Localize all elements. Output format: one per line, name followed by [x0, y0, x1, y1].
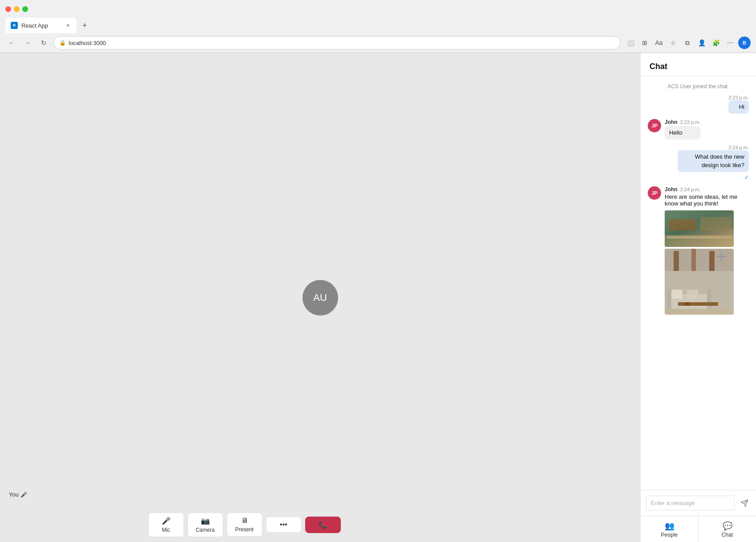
nav-actions: ⬜ ⊞ Aa ☆ ⧉ 👤 🧩 ⋯ B [624, 37, 751, 49]
send-button[interactable] [738, 497, 751, 509]
new-tab-button[interactable]: + [78, 19, 91, 32]
system-message-text: ACS User joined the chat. [667, 83, 729, 90]
avatar-initials: AU [313, 292, 327, 304]
message-2-time: 2:23 p.m. [680, 119, 701, 125]
chat-tab[interactable]: 💬 Chat [698, 516, 756, 542]
tab-search-button[interactable]: ⊞ [638, 37, 651, 49]
extensions-button[interactable]: 🧩 [710, 37, 722, 49]
tab-favicon: R [11, 22, 18, 29]
split-view-button[interactable]: ⧉ [681, 37, 694, 49]
tab-title: React App [21, 22, 48, 29]
chat-panel: Chat ACS User joined the chat. 2:23 p.m.… [640, 53, 756, 542]
chat-messages: ACS User joined the chat. 2:23 p.m. Hi J… [641, 76, 756, 490]
message-2-content: John 2:23 p.m. Hello [665, 119, 701, 140]
svg-point-21 [684, 302, 690, 306]
more-icon: ••• [280, 521, 287, 529]
message-4: JP John 2:24 p.m. Here are some ideas, l… [648, 186, 749, 315]
svg-rect-5 [667, 236, 731, 238]
end-call-button[interactable]: 📞 [305, 517, 341, 533]
chat-tab-label: Chat [722, 532, 733, 538]
message-2-bubble: Hello [665, 126, 701, 140]
svg-rect-17 [707, 289, 711, 309]
svg-rect-3 [700, 217, 731, 230]
message-3-bubble: What does the new design look like? [678, 150, 749, 172]
message-4-images [665, 210, 736, 315]
back-icon: ← [8, 39, 15, 46]
present-icon: 🖥 [241, 517, 248, 525]
kitchen-svg [665, 210, 734, 247]
people-icon: 👥 [665, 521, 674, 531]
profiles-button[interactable]: 👤 [695, 37, 708, 49]
svg-rect-22 [665, 309, 734, 315]
send-icon [740, 499, 748, 507]
camera-label: Camera [196, 527, 215, 533]
message-2-sender: John [665, 119, 678, 125]
message-4-text: Here are some ideas, let me know what yo… [665, 193, 749, 207]
panel-tabs: 👥 People 💬 Chat [641, 516, 756, 542]
browser-tab[interactable]: R React App ✕ [5, 18, 77, 33]
user-avatar: AU [302, 280, 338, 316]
living-svg [665, 249, 734, 315]
camera-icon: 📷 [201, 517, 210, 525]
tab-bar: R React App ✕ + [0, 18, 756, 33]
read-indicator: ✓ [744, 174, 749, 181]
message-4-content: John 2:24 p.m. Here are some ideas, let … [665, 186, 749, 315]
present-label: Present [235, 526, 253, 533]
forward-icon: → [25, 39, 31, 46]
chat-title: Chat [650, 62, 667, 71]
svg-rect-19 [687, 290, 698, 299]
present-button[interactable]: 🖥 Present [227, 513, 262, 537]
message-input[interactable] [646, 496, 735, 510]
message-4-avatar: JP [648, 186, 661, 200]
browser-chrome: R React App ✕ + ← → ↻ 🔒 localhost:3000 ⬜… [0, 0, 756, 53]
back-button[interactable]: ← [5, 37, 18, 49]
camera-button[interactable]: 📷 Camera [188, 513, 223, 537]
image-living[interactable] [665, 249, 734, 315]
svg-rect-18 [671, 290, 682, 299]
url-display: localhost:3000 [69, 40, 106, 46]
call-toolbar: 🎤 Mic 📷 Camera 🖥 Present ••• 📞 [0, 507, 489, 542]
tab-close-button[interactable]: ✕ [64, 22, 71, 29]
svg-rect-9 [691, 249, 696, 271]
minimize-button[interactable] [14, 6, 20, 12]
message-4-time: 2:24 p.m. [680, 187, 701, 192]
people-tab[interactable]: 👥 People [641, 516, 698, 542]
lock-icon: 🔒 [59, 40, 66, 46]
end-call-icon: 📞 [319, 521, 327, 529]
svg-rect-20 [678, 302, 718, 306]
chat-input-area [641, 490, 756, 516]
svg-rect-13 [721, 252, 722, 261]
you-label: You 🎤 [9, 491, 27, 498]
svg-rect-10 [709, 251, 715, 271]
people-tab-label: People [661, 532, 678, 538]
address-bar[interactable]: 🔒 localhost:3000 [53, 36, 621, 49]
more-button[interactable]: ••• [266, 517, 302, 533]
video-area: AU You 🎤 🎤 Mic 📷 Camera 🖥 Present ••• [0, 53, 640, 542]
message-2: JP John 2:23 p.m. Hello [648, 119, 749, 140]
close-button[interactable] [5, 6, 11, 12]
reader-button[interactable]: Aa [653, 37, 665, 49]
nav-bar: ← → ↻ 🔒 localhost:3000 ⬜ ⊞ Aa ☆ ⧉ 👤 🧩 ⋯ … [0, 33, 756, 53]
chat-header: Chat [641, 53, 756, 76]
bookmark-button[interactable]: ☆ [667, 37, 679, 49]
message-2-avatar: JP [648, 119, 661, 132]
maximize-button[interactable] [22, 6, 28, 12]
cast-button[interactable]: ⬜ [624, 37, 637, 49]
system-message: ACS User joined the chat. [648, 83, 749, 90]
message-1-time: 2:23 p.m. [728, 95, 749, 100]
more-options-button[interactable]: ⋯ [724, 37, 736, 49]
image-kitchen[interactable] [665, 210, 734, 247]
message-1: 2:23 p.m. Hi [648, 95, 749, 114]
svg-rect-8 [674, 251, 679, 271]
message-3-time: 2:24 p.m. [678, 145, 749, 150]
refresh-icon: ↻ [41, 39, 46, 46]
profile-button[interactable]: B [738, 37, 751, 49]
refresh-button[interactable]: ↻ [37, 37, 50, 49]
svg-rect-16 [667, 289, 671, 309]
mic-button[interactable]: 🎤 Mic [148, 513, 184, 537]
message-4-sender: John [665, 186, 678, 193]
forward-button[interactable]: → [21, 37, 34, 49]
app-container: AU You 🎤 🎤 Mic 📷 Camera 🖥 Present ••• [0, 53, 756, 542]
chat-icon: 💬 [723, 521, 732, 531]
mic-label: Mic [162, 527, 170, 533]
